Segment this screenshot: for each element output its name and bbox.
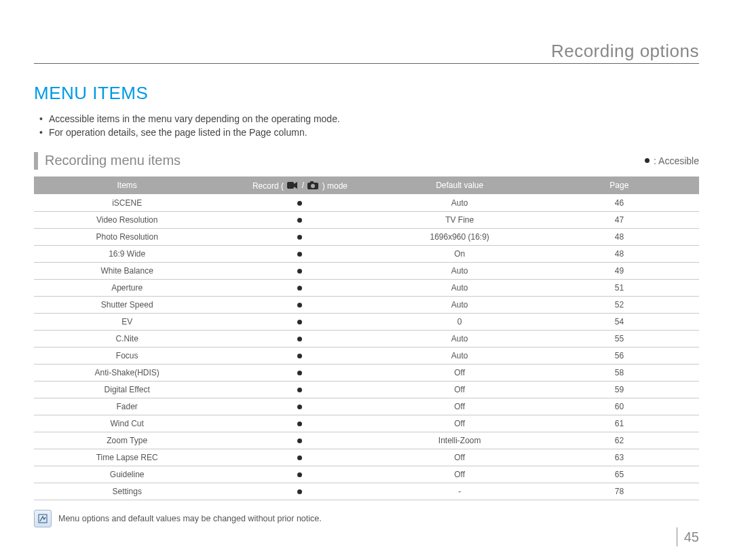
cell-page: 63 <box>540 449 699 466</box>
cell-page: 65 <box>540 466 699 483</box>
dot-icon <box>297 438 302 443</box>
cell-item: White Balance <box>34 263 220 280</box>
cell-item: Zoom Type <box>34 432 220 449</box>
cell-accessible <box>220 297 379 314</box>
footnote-text: Menu options and default values may be c… <box>58 514 322 523</box>
cell-page: 52 <box>540 297 699 314</box>
dot-icon <box>297 371 302 375</box>
mode-separator: / <box>302 181 304 190</box>
cell-item: Video Resolution <box>34 212 220 229</box>
dot-icon <box>297 201 302 206</box>
cell-page: 54 <box>540 314 699 331</box>
cell-accessible <box>220 314 379 331</box>
col-record-mode: Record ( / ) mode <box>220 176 379 195</box>
cell-accessible <box>220 263 379 280</box>
cell-accessible <box>220 432 379 449</box>
table-row: Digital EffectOff59 <box>34 381 699 398</box>
cell-default: Off <box>380 365 540 381</box>
dot-icon <box>297 269 302 274</box>
dot-icon <box>297 455 302 460</box>
table-row: GuidelineOff65 <box>34 466 699 483</box>
cell-page: 58 <box>540 365 699 381</box>
table-row: Shutter SpeedAuto52 <box>34 297 699 314</box>
cell-item: Guideline <box>34 466 220 483</box>
table-row: Anti-Shake(HDIS)Off58 <box>34 365 699 381</box>
col-default: Default value <box>380 176 540 195</box>
cell-default: Intelli-Zoom <box>380 432 540 449</box>
table-row: iSCENEAuto46 <box>34 195 699 212</box>
cell-item: Digital Effect <box>34 381 220 398</box>
footnote: Menu options and default values may be c… <box>34 510 699 527</box>
dot-icon <box>297 388 302 392</box>
dot-icon <box>297 235 302 240</box>
cell-accessible <box>220 246 379 263</box>
cell-default: TV Fine <box>380 212 540 229</box>
cell-page: 55 <box>540 331 699 348</box>
cell-item: Settings <box>34 483 220 500</box>
subhead-text: Recording menu items <box>45 153 181 168</box>
cell-accessible <box>220 398 379 415</box>
cell-page: 62 <box>540 432 699 449</box>
col-items: Items <box>34 176 220 195</box>
dot-icon <box>297 303 302 307</box>
cell-default: Off <box>380 466 540 483</box>
cell-accessible <box>220 381 379 398</box>
cell-accessible <box>220 466 379 483</box>
section-title: Recording options <box>551 41 699 62</box>
dot-icon <box>297 489 302 494</box>
dot-icon <box>297 286 302 291</box>
cell-accessible <box>220 280 379 297</box>
cell-item: Photo Resolution <box>34 229 220 246</box>
dot-icon <box>297 422 302 426</box>
cell-default: Auto <box>380 297 540 314</box>
page-number-bar <box>677 527 677 546</box>
video-icon <box>287 181 298 189</box>
svg-marker-1 <box>294 182 297 189</box>
cell-page: 61 <box>540 415 699 432</box>
col-mode-post: ) mode <box>322 181 347 190</box>
cell-accessible <box>220 229 379 246</box>
dot-icon <box>297 405 302 409</box>
cell-page: 56 <box>540 348 699 365</box>
page-number: 45 <box>684 529 699 545</box>
cell-accessible <box>220 348 379 365</box>
table-row: FocusAuto56 <box>34 348 699 365</box>
table-row: Video ResolutionTV Fine47 <box>34 212 699 229</box>
cell-page: 48 <box>540 246 699 263</box>
cell-default: Off <box>380 415 540 432</box>
table-row: Time Lapse RECOff63 <box>34 449 699 466</box>
cell-default: Off <box>380 449 540 466</box>
table-row: 16:9 WideOn48 <box>34 246 699 263</box>
table-row: ApertureAuto51 <box>34 280 699 297</box>
col-mode-pre: Record ( <box>252 181 284 190</box>
cell-item: Time Lapse REC <box>34 449 220 466</box>
table-row: Wind CutOff61 <box>34 415 699 432</box>
cell-item: Aperture <box>34 280 220 297</box>
note-icon <box>34 510 52 527</box>
intro-bullet: Accessible items in the menu vary depend… <box>39 112 699 126</box>
dot-icon <box>297 252 302 257</box>
dot-icon <box>297 218 302 223</box>
cell-item: Fader <box>34 398 220 415</box>
cell-page: 59 <box>540 381 699 398</box>
table-row: White BalanceAuto49 <box>34 263 699 280</box>
page-number-box: 45 <box>677 527 699 546</box>
dot-icon <box>297 337 302 341</box>
legend-label: : Accesible <box>654 155 699 166</box>
cell-item: iSCENE <box>34 195 220 212</box>
svg-rect-3 <box>310 181 314 183</box>
cell-item: Focus <box>34 348 220 365</box>
cell-page: 49 <box>540 263 699 280</box>
cell-item: EV <box>34 314 220 331</box>
dot-icon <box>297 354 302 358</box>
cell-default: Off <box>380 381 540 398</box>
cell-accessible <box>220 195 379 212</box>
cell-item: Anti-Shake(HDIS) <box>34 365 220 381</box>
table-row: C.NiteAuto55 <box>34 331 699 348</box>
header-rule: Recording options <box>34 41 699 64</box>
photo-icon <box>307 181 318 189</box>
dot-icon <box>297 320 302 324</box>
table-row: Zoom TypeIntelli-Zoom62 <box>34 432 699 449</box>
col-page: Page <box>540 176 699 195</box>
intro-bullets: Accessible items in the menu vary depend… <box>34 112 699 140</box>
